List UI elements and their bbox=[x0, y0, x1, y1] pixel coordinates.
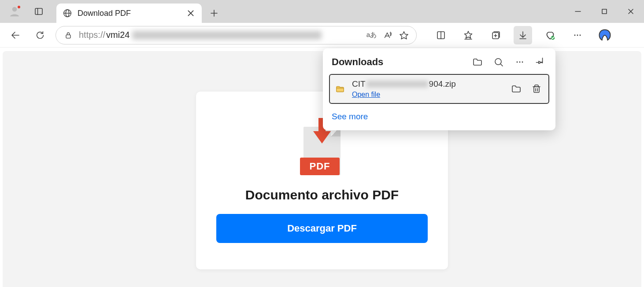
titlebar-left bbox=[0, 0, 48, 23]
address-bar[interactable]: https://vmi24 aあ bbox=[56, 26, 417, 44]
svg-point-35 bbox=[522, 62, 523, 63]
svg-point-30 bbox=[580, 34, 581, 36]
window-controls bbox=[565, 0, 644, 23]
favorites-button[interactable] bbox=[459, 26, 477, 44]
filename-redacted bbox=[366, 81, 428, 88]
downloads-button[interactable] bbox=[514, 26, 532, 44]
download-item-main: CIT 904.zip Open file bbox=[352, 79, 504, 99]
card-title: Documento archivo PDF bbox=[245, 188, 399, 202]
pdf-badge: PDF bbox=[300, 158, 340, 175]
open-downloads-folder-button[interactable] bbox=[472, 56, 483, 68]
svg-point-33 bbox=[517, 62, 518, 63]
minimize-button[interactable] bbox=[565, 0, 591, 23]
back-button[interactable] bbox=[6, 26, 25, 44]
filename-prefix: CIT bbox=[352, 79, 366, 89]
new-tab-button[interactable] bbox=[205, 4, 223, 23]
svg-marker-17 bbox=[400, 31, 408, 39]
svg-line-32 bbox=[501, 64, 503, 66]
svg-rect-11 bbox=[602, 9, 607, 14]
url-text: https://vmi24 bbox=[79, 30, 362, 40]
split-screen-button[interactable] bbox=[432, 26, 450, 44]
settings-menu-button[interactable] bbox=[568, 26, 587, 44]
read-aloud-icon[interactable] bbox=[381, 29, 393, 41]
download-filename: CIT 904.zip bbox=[352, 79, 504, 89]
maximize-button[interactable] bbox=[591, 0, 618, 23]
filename-suffix: 904.zip bbox=[429, 79, 456, 89]
svg-point-29 bbox=[577, 34, 578, 36]
toolbar: https://vmi24 aあ bbox=[0, 23, 644, 48]
notification-dot-icon bbox=[17, 5, 21, 9]
delete-download-button[interactable] bbox=[531, 83, 542, 95]
tab-actions-button[interactable] bbox=[30, 3, 48, 20]
see-more-link[interactable]: See more bbox=[329, 104, 549, 123]
svg-rect-36 bbox=[337, 88, 344, 92]
svg-point-34 bbox=[519, 62, 521, 63]
tab-title: Download PDF bbox=[78, 9, 181, 18]
svg-rect-15 bbox=[66, 35, 70, 38]
browser-essentials-button[interactable] bbox=[541, 26, 559, 44]
collections-button[interactable] bbox=[486, 26, 505, 44]
search-downloads-button[interactable] bbox=[493, 56, 504, 68]
browser-tab[interactable]: Download PDF bbox=[56, 4, 202, 23]
downloads-more-button[interactable] bbox=[514, 56, 526, 68]
folder-icon bbox=[334, 84, 346, 94]
download-item-actions bbox=[511, 83, 542, 95]
url-host: vmi24 bbox=[106, 30, 130, 40]
url-redacted bbox=[132, 31, 322, 40]
svg-marker-20 bbox=[465, 31, 472, 38]
downloads-header: Downloads bbox=[329, 56, 549, 74]
url-protocol: https:// bbox=[79, 30, 105, 40]
copilot-button[interactable] bbox=[596, 26, 614, 44]
download-pdf-button[interactable]: Descargar PDF bbox=[216, 214, 428, 243]
toolbar-right bbox=[432, 26, 614, 44]
titlebar: Download PDF bbox=[0, 0, 644, 23]
svg-point-31 bbox=[495, 59, 501, 65]
favorite-icon[interactable] bbox=[398, 29, 410, 41]
svg-point-0 bbox=[12, 7, 17, 12]
open-file-link[interactable]: Open file bbox=[352, 91, 504, 99]
svg-rect-37 bbox=[534, 87, 539, 92]
svg-point-28 bbox=[574, 34, 576, 36]
close-window-button[interactable] bbox=[618, 0, 644, 23]
show-in-folder-button[interactable] bbox=[511, 83, 522, 95]
globe-icon bbox=[63, 8, 72, 18]
translate-icon[interactable]: aあ bbox=[366, 29, 377, 41]
profile-button[interactable] bbox=[8, 5, 21, 18]
tab-close-button[interactable] bbox=[187, 9, 195, 17]
pin-downloads-button[interactable] bbox=[535, 56, 547, 68]
lock-icon bbox=[62, 29, 74, 41]
refresh-button[interactable] bbox=[31, 26, 49, 44]
downloads-title: Downloads bbox=[332, 56, 472, 68]
downloads-popup: Downloads CIT 904.zip Op bbox=[323, 48, 555, 130]
svg-rect-1 bbox=[35, 8, 42, 15]
download-item[interactable]: CIT 904.zip Open file bbox=[329, 74, 549, 104]
